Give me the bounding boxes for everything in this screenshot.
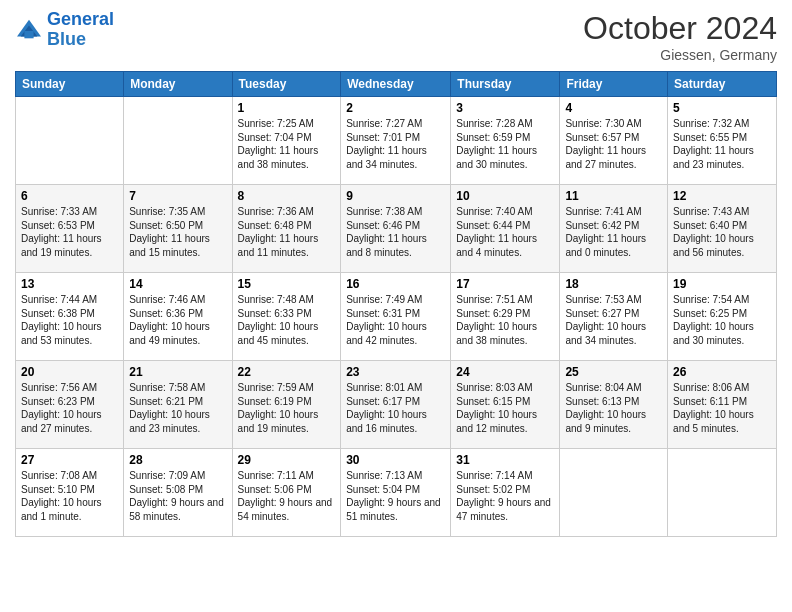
table-cell: 8Sunrise: 7:36 AMSunset: 6:48 PMDaylight… <box>232 185 341 273</box>
day-number: 26 <box>673 365 771 379</box>
day-number: 8 <box>238 189 336 203</box>
day-number: 16 <box>346 277 445 291</box>
table-cell: 28Sunrise: 7:09 AMSunset: 5:08 PMDayligh… <box>124 449 232 537</box>
table-cell <box>560 449 668 537</box>
table-cell: 4Sunrise: 7:30 AMSunset: 6:57 PMDaylight… <box>560 97 668 185</box>
day-info: Sunrise: 7:27 AMSunset: 7:01 PMDaylight:… <box>346 117 445 171</box>
day-info: Sunrise: 8:01 AMSunset: 6:17 PMDaylight:… <box>346 381 445 435</box>
day-number: 31 <box>456 453 554 467</box>
logo-icon <box>15 18 43 42</box>
day-info: Sunrise: 7:40 AMSunset: 6:44 PMDaylight:… <box>456 205 554 259</box>
day-info: Sunrise: 8:04 AMSunset: 6:13 PMDaylight:… <box>565 381 662 435</box>
table-cell: 20Sunrise: 7:56 AMSunset: 6:23 PMDayligh… <box>16 361 124 449</box>
logo: General Blue <box>15 10 114 50</box>
day-info: Sunrise: 7:14 AMSunset: 5:02 PMDaylight:… <box>456 469 554 523</box>
day-number: 30 <box>346 453 445 467</box>
table-cell: 25Sunrise: 8:04 AMSunset: 6:13 PMDayligh… <box>560 361 668 449</box>
day-number: 29 <box>238 453 336 467</box>
day-number: 19 <box>673 277 771 291</box>
table-cell <box>668 449 777 537</box>
calendar-row: 20Sunrise: 7:56 AMSunset: 6:23 PMDayligh… <box>16 361 777 449</box>
day-info: Sunrise: 7:49 AMSunset: 6:31 PMDaylight:… <box>346 293 445 347</box>
day-info: Sunrise: 7:59 AMSunset: 6:19 PMDaylight:… <box>238 381 336 435</box>
table-cell: 26Sunrise: 8:06 AMSunset: 6:11 PMDayligh… <box>668 361 777 449</box>
col-thursday: Thursday <box>451 72 560 97</box>
day-info: Sunrise: 7:44 AMSunset: 6:38 PMDaylight:… <box>21 293 118 347</box>
day-number: 20 <box>21 365 118 379</box>
calendar-table: Sunday Monday Tuesday Wednesday Thursday… <box>15 71 777 537</box>
table-cell: 30Sunrise: 7:13 AMSunset: 5:04 PMDayligh… <box>341 449 451 537</box>
table-cell: 6Sunrise: 7:33 AMSunset: 6:53 PMDaylight… <box>16 185 124 273</box>
day-info: Sunrise: 7:58 AMSunset: 6:21 PMDaylight:… <box>129 381 226 435</box>
header-row: Sunday Monday Tuesday Wednesday Thursday… <box>16 72 777 97</box>
table-cell: 17Sunrise: 7:51 AMSunset: 6:29 PMDayligh… <box>451 273 560 361</box>
day-info: Sunrise: 7:43 AMSunset: 6:40 PMDaylight:… <box>673 205 771 259</box>
day-number: 6 <box>21 189 118 203</box>
day-info: Sunrise: 7:28 AMSunset: 6:59 PMDaylight:… <box>456 117 554 171</box>
logo-line1: General <box>47 9 114 29</box>
table-cell: 19Sunrise: 7:54 AMSunset: 6:25 PMDayligh… <box>668 273 777 361</box>
table-cell: 29Sunrise: 7:11 AMSunset: 5:06 PMDayligh… <box>232 449 341 537</box>
day-number: 22 <box>238 365 336 379</box>
table-cell <box>124 97 232 185</box>
day-number: 3 <box>456 101 554 115</box>
day-info: Sunrise: 7:30 AMSunset: 6:57 PMDaylight:… <box>565 117 662 171</box>
location: Giessen, Germany <box>583 47 777 63</box>
col-tuesday: Tuesday <box>232 72 341 97</box>
day-number: 15 <box>238 277 336 291</box>
day-number: 9 <box>346 189 445 203</box>
col-saturday: Saturday <box>668 72 777 97</box>
day-info: Sunrise: 7:48 AMSunset: 6:33 PMDaylight:… <box>238 293 336 347</box>
table-cell: 1Sunrise: 7:25 AMSunset: 7:04 PMDaylight… <box>232 97 341 185</box>
day-number: 5 <box>673 101 771 115</box>
day-info: Sunrise: 7:25 AMSunset: 7:04 PMDaylight:… <box>238 117 336 171</box>
table-cell: 3Sunrise: 7:28 AMSunset: 6:59 PMDaylight… <box>451 97 560 185</box>
logo-text: General Blue <box>47 10 114 50</box>
table-cell: 16Sunrise: 7:49 AMSunset: 6:31 PMDayligh… <box>341 273 451 361</box>
day-number: 2 <box>346 101 445 115</box>
table-cell: 23Sunrise: 8:01 AMSunset: 6:17 PMDayligh… <box>341 361 451 449</box>
col-friday: Friday <box>560 72 668 97</box>
table-cell: 22Sunrise: 7:59 AMSunset: 6:19 PMDayligh… <box>232 361 341 449</box>
calendar-row: 6Sunrise: 7:33 AMSunset: 6:53 PMDaylight… <box>16 185 777 273</box>
day-info: Sunrise: 7:36 AMSunset: 6:48 PMDaylight:… <box>238 205 336 259</box>
day-info: Sunrise: 7:35 AMSunset: 6:50 PMDaylight:… <box>129 205 226 259</box>
table-cell: 12Sunrise: 7:43 AMSunset: 6:40 PMDayligh… <box>668 185 777 273</box>
day-info: Sunrise: 7:51 AMSunset: 6:29 PMDaylight:… <box>456 293 554 347</box>
day-number: 28 <box>129 453 226 467</box>
day-number: 14 <box>129 277 226 291</box>
col-monday: Monday <box>124 72 232 97</box>
table-cell: 9Sunrise: 7:38 AMSunset: 6:46 PMDaylight… <box>341 185 451 273</box>
table-cell: 2Sunrise: 7:27 AMSunset: 7:01 PMDaylight… <box>341 97 451 185</box>
day-info: Sunrise: 7:41 AMSunset: 6:42 PMDaylight:… <box>565 205 662 259</box>
day-number: 13 <box>21 277 118 291</box>
table-cell: 14Sunrise: 7:46 AMSunset: 6:36 PMDayligh… <box>124 273 232 361</box>
day-info: Sunrise: 7:32 AMSunset: 6:55 PMDaylight:… <box>673 117 771 171</box>
header: General Blue October 2024 Giessen, Germa… <box>15 10 777 63</box>
day-number: 7 <box>129 189 226 203</box>
table-cell: 27Sunrise: 7:08 AMSunset: 5:10 PMDayligh… <box>16 449 124 537</box>
day-number: 25 <box>565 365 662 379</box>
table-cell: 24Sunrise: 8:03 AMSunset: 6:15 PMDayligh… <box>451 361 560 449</box>
table-cell: 13Sunrise: 7:44 AMSunset: 6:38 PMDayligh… <box>16 273 124 361</box>
month-title: October 2024 <box>583 10 777 47</box>
day-info: Sunrise: 7:33 AMSunset: 6:53 PMDaylight:… <box>21 205 118 259</box>
day-info: Sunrise: 7:13 AMSunset: 5:04 PMDaylight:… <box>346 469 445 523</box>
day-info: Sunrise: 7:46 AMSunset: 6:36 PMDaylight:… <box>129 293 226 347</box>
day-number: 18 <box>565 277 662 291</box>
table-cell <box>16 97 124 185</box>
day-number: 11 <box>565 189 662 203</box>
title-block: October 2024 Giessen, Germany <box>583 10 777 63</box>
table-cell: 15Sunrise: 7:48 AMSunset: 6:33 PMDayligh… <box>232 273 341 361</box>
calendar-row: 27Sunrise: 7:08 AMSunset: 5:10 PMDayligh… <box>16 449 777 537</box>
table-cell: 10Sunrise: 7:40 AMSunset: 6:44 PMDayligh… <box>451 185 560 273</box>
day-info: Sunrise: 7:09 AMSunset: 5:08 PMDaylight:… <box>129 469 226 523</box>
day-info: Sunrise: 7:53 AMSunset: 6:27 PMDaylight:… <box>565 293 662 347</box>
page: General Blue October 2024 Giessen, Germa… <box>0 0 792 612</box>
day-number: 4 <box>565 101 662 115</box>
table-cell: 21Sunrise: 7:58 AMSunset: 6:21 PMDayligh… <box>124 361 232 449</box>
calendar-row: 1Sunrise: 7:25 AMSunset: 7:04 PMDaylight… <box>16 97 777 185</box>
day-number: 1 <box>238 101 336 115</box>
col-wednesday: Wednesday <box>341 72 451 97</box>
svg-rect-2 <box>24 31 33 38</box>
